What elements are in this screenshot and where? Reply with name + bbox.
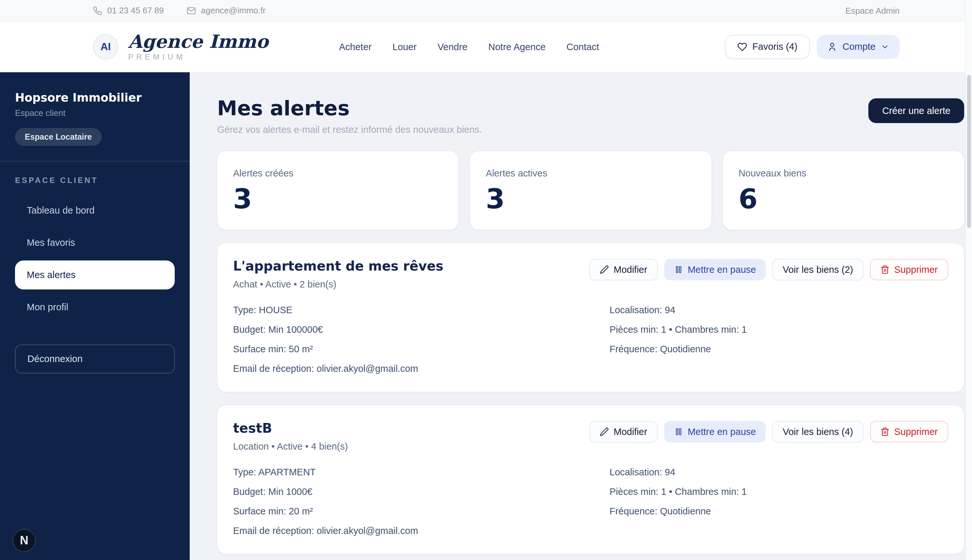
stat-card-alertes-actives: Alertes actives 3	[470, 151, 711, 230]
detail-email: Email de réception: olivier.akyol@gmail.…	[233, 363, 609, 374]
detail-pieces: Pièces min: 1 • Chambres min: 1	[609, 324, 948, 335]
user-icon	[827, 42, 837, 52]
delete-label: Supprimer	[894, 427, 938, 437]
topbar: 01 23 45 67 89 agence@immo.fr Espace Adm…	[0, 0, 972, 22]
sidebar-item-mes-favoris[interactable]: Mes favoris	[15, 228, 175, 257]
delete-label: Supprimer	[894, 264, 938, 275]
detail-surface: Surface min: 50 m²	[233, 344, 609, 355]
logo-avatar: AI	[93, 34, 118, 60]
view-properties-button[interactable]: Voir les biens (2)	[772, 259, 863, 280]
nav-contact[interactable]: Contact	[567, 42, 599, 52]
detail-frequence: Fréquence: Quotidienne	[609, 506, 948, 517]
chevron-down-icon	[881, 43, 889, 51]
topbar-phone: 01 23 45 67 89	[93, 5, 164, 16]
favoris-button[interactable]: Favoris (4)	[725, 35, 810, 59]
favoris-label: Favoris (4)	[752, 42, 798, 52]
stat-value: 6	[739, 185, 948, 213]
modify-label: Modifier	[614, 427, 647, 437]
stat-value: 3	[233, 185, 443, 213]
sidebar: Hopsore Immobilier Espace client Espace …	[0, 72, 190, 560]
detail-pieces: Pièces min: 1 • Chambres min: 1	[609, 487, 948, 497]
topbar-phone-label: 01 23 45 67 89	[107, 5, 164, 16]
detail-localisation: Localisation: 94	[609, 305, 948, 315]
main-content: Mes alertes Gérez vos alertes e-mail et …	[190, 72, 972, 560]
stat-label: Alertes actives	[486, 168, 695, 179]
detail-type: Type: APARTMENT	[233, 467, 609, 478]
main-nav: Acheter Louer Vendre Notre Agence Contac…	[339, 42, 599, 52]
delete-alert-button[interactable]: Supprimer	[870, 259, 948, 280]
browser-scrollbar[interactable]	[965, 0, 972, 560]
nav-vendre[interactable]: Vendre	[437, 42, 467, 52]
create-alert-button[interactable]: Créer une alerte	[868, 98, 964, 123]
nav-acheter[interactable]: Acheter	[339, 42, 371, 52]
trash-icon	[880, 427, 890, 436]
delete-alert-button[interactable]: Supprimer	[870, 421, 948, 442]
phone-icon	[93, 6, 102, 15]
nav-louer[interactable]: Louer	[392, 42, 417, 52]
alert-title: L'appartement de mes rêves	[233, 259, 443, 273]
detail-localisation: Localisation: 94	[609, 467, 948, 478]
heart-icon	[737, 42, 747, 52]
detail-email: Email de réception: olivier.akyol@gmail.…	[233, 525, 609, 536]
stat-label: Nouveaux biens	[739, 168, 948, 179]
sidebar-item-mon-profil[interactable]: Mon profil	[15, 293, 175, 322]
alert-meta: Achat • Active • 2 bien(s)	[233, 279, 443, 290]
mail-icon	[187, 6, 196, 15]
stat-card-alertes-creees: Alertes créées 3	[217, 151, 458, 230]
sidebar-item-mes-alertes[interactable]: Mes alertes	[15, 260, 175, 290]
modify-alert-button[interactable]: Modifier	[589, 259, 657, 280]
alert-card: testB Location • Active • 4 bien(s) Modi…	[217, 405, 964, 554]
topbar-email-label: agence@immo.fr	[201, 5, 266, 16]
sidebar-menu: Tableau de bord Mes favoris Mes alertes …	[15, 196, 175, 322]
trash-icon	[880, 265, 890, 274]
pause-alert-button[interactable]: Mettre en pause	[664, 421, 766, 442]
detail-budget: Budget: Min 100000€	[233, 324, 609, 335]
nextjs-dev-badge[interactable]: N	[12, 529, 36, 552]
view-label: Voir les biens (4)	[783, 427, 853, 437]
pencil-icon	[600, 265, 609, 274]
topbar-email: agence@immo.fr	[187, 5, 266, 16]
pause-icon	[674, 265, 683, 274]
view-properties-button[interactable]: Voir les biens (4)	[772, 421, 863, 442]
brand-tagline: PREMIUM	[128, 52, 268, 62]
stat-card-nouveaux-biens: Nouveaux biens 6	[723, 151, 964, 230]
compte-label: Compte	[842, 42, 875, 52]
sidebar-section-label: ESPACE CLIENT	[15, 176, 175, 185]
alert-meta: Location • Active • 4 bien(s)	[233, 441, 348, 452]
brand-name: Agence Immo	[128, 32, 268, 50]
brand-logo[interactable]: AI Agence Immo PREMIUM	[93, 32, 268, 62]
pause-label: Mettre en pause	[688, 264, 756, 275]
page-title: Mes alertes	[217, 98, 482, 118]
detail-type: Type: HOUSE	[233, 305, 609, 315]
stat-value: 3	[486, 185, 695, 213]
pause-icon	[674, 427, 683, 436]
modify-alert-button[interactable]: Modifier	[589, 421, 657, 442]
detail-frequence: Fréquence: Quotidienne	[609, 344, 948, 355]
sidebar-item-tableau-de-bord[interactable]: Tableau de bord	[15, 196, 175, 225]
sidebar-agency-name: Hopsore Immobilier	[15, 91, 175, 104]
pause-label: Mettre en pause	[688, 427, 756, 437]
scrollbar-thumb[interactable]	[967, 75, 971, 228]
espace-admin-link[interactable]: Espace Admin	[845, 5, 900, 16]
detail-budget: Budget: Min 1000€	[233, 487, 609, 497]
sidebar-subtitle: Espace client	[15, 108, 175, 118]
compte-button[interactable]: Compte	[817, 35, 900, 59]
nav-notre-agence[interactable]: Notre Agence	[488, 42, 545, 52]
page-subtitle: Gérez vos alertes e-mail et restez infor…	[217, 124, 482, 135]
view-label: Voir les biens (2)	[783, 264, 853, 275]
espace-locataire-badge[interactable]: Espace Locataire	[15, 128, 102, 146]
header: AI Agence Immo PREMIUM Acheter Louer Ven…	[0, 22, 972, 72]
alert-card: L'appartement de mes rêves Achat • Activ…	[217, 243, 964, 392]
alert-title: testB	[233, 421, 348, 435]
logout-button[interactable]: Déconnexion	[15, 345, 175, 373]
sidebar-divider	[0, 161, 190, 162]
pause-alert-button[interactable]: Mettre en pause	[664, 259, 766, 280]
stat-label: Alertes créées	[233, 168, 443, 179]
detail-surface: Surface min: 20 m²	[233, 506, 609, 517]
pencil-icon	[600, 427, 609, 436]
stats-row: Alertes créées 3 Alertes actives 3 Nouve…	[217, 151, 964, 230]
modify-label: Modifier	[614, 264, 647, 275]
